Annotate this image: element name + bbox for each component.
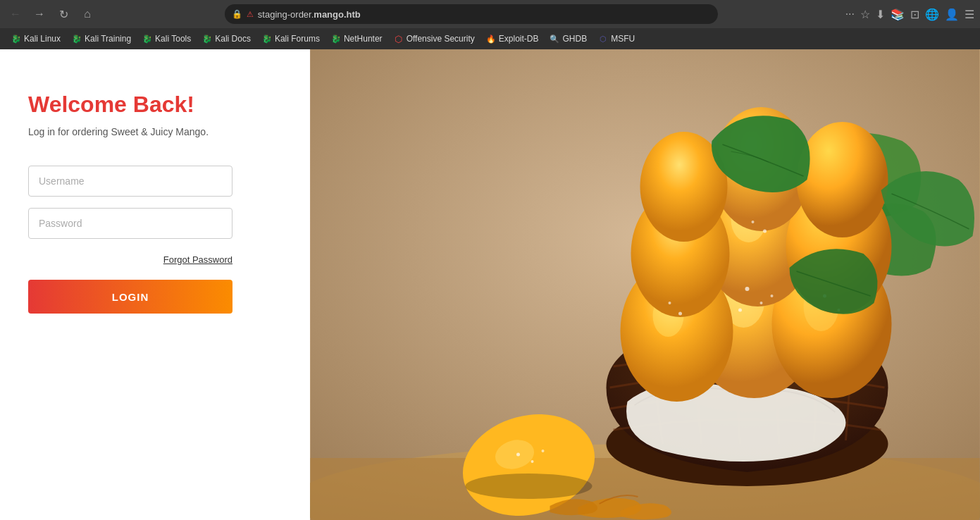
exploit-db-icon: 🔥 [486,34,496,44]
msfu-label: MSFU [611,34,635,44]
svg-point-18 [760,302,763,304]
globe-button[interactable]: 🌐 [925,8,939,21]
kali-linux-icon: 🐉 [11,34,21,44]
download-button[interactable]: ⬇ [876,8,885,21]
bookmark-ghdb[interactable]: 🔍 GHDB [544,28,593,49]
nethunter-label: NetHunter [344,34,383,44]
bookmark-kali-tools[interactable]: 🐉 Kali Tools [137,28,197,49]
address-domain: mango.htb [314,9,360,20]
nethunter-icon: 🐉 [331,34,341,44]
ghdb-label: GHDB [562,34,587,44]
address-bar[interactable]: 🔒 ⚠ staging-order.mango.htb [225,4,718,24]
forgot-password-link[interactable]: Forgot Password [163,254,232,265]
ghdb-icon: 🔍 [550,34,559,44]
bookmark-offensive-security[interactable]: ⬡ Offensive Security [388,28,480,49]
bookmark-kali-training[interactable]: 🐉 Kali Training [66,28,137,49]
mango-image-panel [310,49,980,520]
menu-dots-button[interactable]: ··· [845,8,855,20]
svg-point-15 [797,122,888,237]
welcome-subtitle: Log in for ordering Sweet & Juicy Mango. [28,126,282,137]
back-button[interactable]: ← [6,4,25,24]
bookmark-star-icon[interactable]: ☆ [860,8,870,21]
bookmark-kali-docs[interactable]: 🐉 Kali Docs [197,28,256,49]
forgot-password-container: Forgot Password [28,253,232,266]
kali-tools-label: Kali Tools [155,34,191,44]
bookmark-exploit-db[interactable]: 🔥 Exploit-DB [480,28,545,49]
offsec-icon: ⬡ [394,34,404,44]
home-button[interactable]: ⌂ [77,4,97,24]
bookmark-nethunter[interactable]: 🐉 NetHunter [325,28,388,49]
password-input[interactable] [28,208,232,239]
bookmark-msfu[interactable]: ⬡ MSFU [593,28,640,49]
svg-point-17 [745,287,750,291]
svg-point-32 [466,473,593,499]
svg-point-25 [752,221,755,223]
address-prefix: staging-order. [258,9,314,20]
svg-point-19 [738,309,742,312]
hamburger-button[interactable]: ☰ [965,8,974,21]
kali-docs-label: Kali Docs [215,34,251,44]
msfu-icon: ⬡ [598,34,608,44]
back-icon: ← [10,8,21,20]
kali-forums-label: Kali Forums [275,34,320,44]
kali-forums-icon: 🐉 [262,34,272,44]
library-button[interactable]: 📚 [891,8,905,21]
svg-point-30 [531,460,534,463]
kali-training-label: Kali Training [85,34,131,44]
svg-point-23 [669,302,671,304]
forward-button[interactable]: → [30,4,49,24]
svg-point-20 [771,295,774,297]
toolbar-right: ··· ☆ ⬇ 📚 ⊡ 🌐 👤 ☰ [845,8,974,21]
kali-docs-icon: 🐉 [202,34,212,44]
address-text: staging-order.mango.htb [258,9,361,20]
lock-icon: 🔒 [232,9,242,19]
kali-linux-label: Kali Linux [24,34,61,44]
password-group [28,208,282,239]
profile-button[interactable]: 👤 [945,8,959,21]
svg-point-29 [516,453,520,457]
username-group [28,166,282,197]
bookmark-kali-forums[interactable]: 🐉 Kali Forums [256,28,325,49]
forward-icon: → [34,8,45,20]
browser-chrome: ← → ↻ ⌂ 🔒 ⚠ staging-order.mango.htb ··· … [0,0,980,49]
kali-tools-icon: 🐉 [142,34,152,44]
bookmarks-bar: 🐉 Kali Linux 🐉 Kali Training 🐉 Kali Tool… [0,28,980,49]
secure-icon: ⚠ [247,10,254,19]
mango-illustration [310,49,980,520]
offensive-security-label: Offensive Security [407,34,475,44]
username-input[interactable] [28,166,232,197]
mango-scene [310,49,980,520]
reload-icon: ↻ [59,8,68,21]
kali-training-icon: 🐉 [72,34,82,44]
browser-toolbar: ← → ↻ ⌂ 🔒 ⚠ staging-order.mango.htb ··· … [0,0,980,28]
home-icon: ⌂ [84,8,91,20]
welcome-title: Welcome Back! [28,92,282,118]
login-button[interactable]: LOGIN [28,280,232,314]
svg-point-31 [542,450,545,452]
login-panel: Welcome Back! Log in for ordering Sweet … [0,49,310,520]
bookmark-kali-linux[interactable]: 🐉 Kali Linux [6,28,66,49]
svg-point-26 [763,230,767,233]
svg-point-24 [678,312,682,316]
exploit-db-label: Exploit-DB [499,34,539,44]
reload-button[interactable]: ↻ [54,4,73,24]
layout-button[interactable]: ⊡ [910,8,919,21]
page-content: Welcome Back! Log in for ordering Sweet … [0,49,980,520]
